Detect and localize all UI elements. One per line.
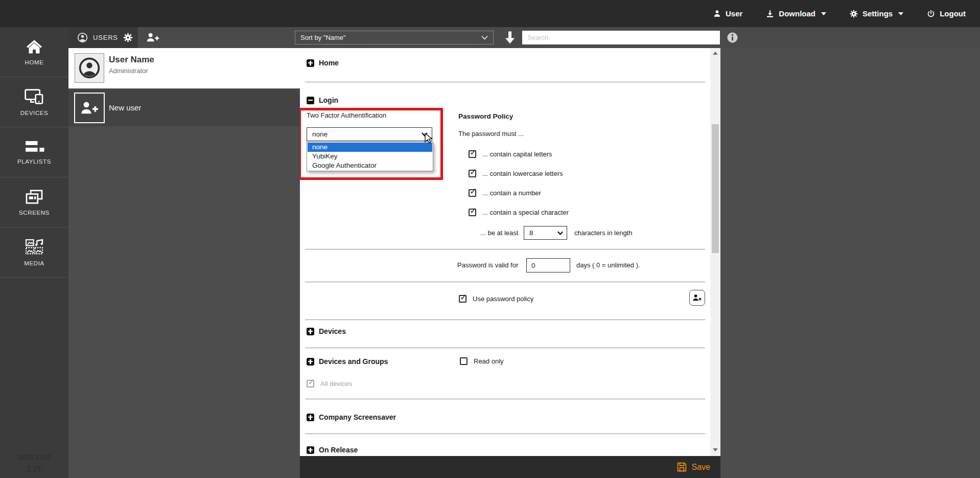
settings-menu[interactable]: Settings	[850, 9, 903, 18]
search-input[interactable]	[522, 31, 720, 44]
sidebar-item-playlists[interactable]: PLAYLISTS	[0, 127, 68, 177]
sidebar-item-label: DEVICES	[20, 110, 49, 116]
section-login[interactable]: Login	[307, 96, 338, 105]
sort-dropdown-value: Sort by "Name"	[300, 34, 346, 41]
section-login-label: Login	[319, 96, 338, 104]
save-button[interactable]: Save	[676, 462, 710, 472]
two-factor-select[interactable]: none	[307, 127, 432, 141]
rule-lowercase-letters: ... contain lowercase letters	[469, 170, 563, 178]
scroll-up-icon[interactable]	[713, 52, 718, 55]
toolbar: USERS Sort by "Name"	[68, 27, 980, 48]
checkbox-checked[interactable]	[469, 209, 476, 216]
expand-icon	[307, 358, 314, 366]
sidebar-item-label: SCREENS	[19, 210, 50, 216]
content-scrollbar[interactable]	[710, 48, 720, 456]
rule-special-character: ... contain a special character	[469, 209, 569, 217]
download-menu[interactable]: Download	[766, 9, 826, 18]
chevron-down-icon	[898, 12, 903, 15]
sort-direction-button[interactable]	[504, 31, 516, 44]
section-on-release-label: On Release	[319, 446, 358, 454]
sort-dropdown[interactable]: Sort by "Name"	[295, 31, 494, 44]
expand-icon	[307, 59, 314, 67]
add-user-button[interactable]	[141, 27, 165, 48]
scroll-down-icon[interactable]	[713, 448, 718, 451]
users-settings-button[interactable]	[118, 27, 138, 48]
rule-capital-letters: ... contain capital letters	[469, 150, 552, 158]
collapse-icon	[307, 97, 314, 104]
section-home-label: Home	[319, 59, 339, 67]
top-bar: User Download Settings Logout	[0, 0, 980, 27]
user-menu-label: User	[726, 9, 742, 18]
expand-icon	[307, 446, 314, 454]
chevron-down-icon	[557, 231, 563, 235]
settings-menu-label: Settings	[862, 9, 893, 18]
checkbox-checked[interactable]	[459, 295, 466, 303]
section-devices[interactable]: Devices	[307, 327, 346, 336]
section-company-screensaver[interactable]: Company Screensaver	[307, 413, 396, 422]
user-list-item-selected[interactable]: User Name Administrator	[68, 48, 300, 88]
user-settings-form: Home Login Two Factor Authentification n…	[300, 48, 720, 456]
divider	[305, 320, 705, 320]
dropdown-option-yubikey[interactable]: YubiKey	[308, 152, 432, 161]
sidebar-item-screens[interactable]: SCREENS	[0, 177, 68, 227]
divider	[305, 249, 705, 249]
checkbox-checked[interactable]	[469, 170, 476, 177]
expand-icon	[307, 414, 314, 421]
min-length-select[interactable]: 8	[524, 226, 567, 240]
section-devices-and-groups[interactable]: Devices and Groups	[307, 357, 388, 366]
use-password-policy-row: Use password policy	[459, 295, 533, 303]
sidebar-item-devices[interactable]: DEVICES	[0, 77, 68, 127]
remove-user-button[interactable]	[689, 290, 705, 306]
dropdown-option-google-authenticator[interactable]: Google Authenticator	[308, 161, 432, 170]
version-date: 20221102	[0, 451, 68, 463]
user-remove-icon	[692, 293, 702, 302]
divider	[305, 348, 705, 348]
user-icon	[713, 10, 721, 17]
validity-days-input[interactable]	[526, 258, 570, 272]
validity-prefix: Password is valid for	[457, 258, 518, 272]
add-user-icon	[74, 93, 105, 123]
add-user-icon	[146, 32, 159, 43]
chevron-down-icon	[481, 35, 488, 40]
gear-icon	[850, 10, 858, 18]
rule-number: ... contain a number	[469, 189, 541, 197]
dropdown-option-none[interactable]: none	[308, 143, 432, 152]
logout-button[interactable]: Logout	[927, 9, 966, 18]
two-factor-dropdown-list: none YubiKey Google Authenticator	[307, 142, 433, 171]
section-company-screensaver-label: Company Screensaver	[319, 413, 396, 421]
user-menu[interactable]: User	[713, 9, 742, 18]
validity-suffix: days ( 0 = unlimited ).	[576, 258, 640, 272]
version-number: 2.2T	[0, 463, 68, 475]
min-length-value: 8	[529, 229, 533, 237]
section-devices-label: Devices	[319, 327, 346, 335]
scrollbar-thumb[interactable]	[712, 124, 719, 253]
user-list-panel: User Name Administrator New user	[68, 48, 300, 478]
floppy-disk-icon	[676, 462, 687, 472]
user-name: User Name	[109, 55, 154, 65]
divider	[305, 434, 705, 434]
logout-label: Logout	[940, 9, 966, 18]
version-info: 20221102 2.2T	[0, 451, 68, 474]
checkbox-unchecked[interactable]	[460, 357, 468, 365]
sidebar-item-label: MEDIA	[24, 260, 44, 266]
user-role: Administrator	[109, 67, 148, 75]
background-fill	[720, 48, 980, 478]
sidebar-item-home[interactable]: HOME	[0, 27, 68, 77]
section-home[interactable]: Home	[307, 58, 339, 67]
screens-icon	[25, 189, 43, 204]
chevron-down-icon	[821, 12, 826, 15]
password-policy-intro: The password must ...	[458, 130, 524, 138]
new-user-label: New user	[109, 103, 141, 112]
divider	[305, 399, 705, 399]
section-on-release[interactable]: On Release	[307, 445, 358, 454]
power-icon	[927, 10, 935, 18]
checkbox-checked[interactable]	[469, 150, 476, 158]
info-icon[interactable]	[727, 32, 738, 43]
download-icon	[766, 10, 774, 18]
playlists-icon	[24, 140, 44, 153]
expand-icon	[307, 328, 314, 335]
new-user-button[interactable]: New user	[68, 89, 300, 126]
checkbox-checked[interactable]	[469, 189, 476, 197]
sidebar-item-media[interactable]: MEDIA	[0, 227, 68, 278]
min-length-suffix: characters in length	[574, 226, 632, 240]
